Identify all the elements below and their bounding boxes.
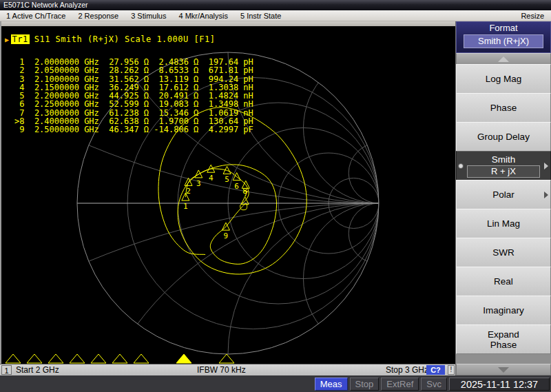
menu-item-2[interactable]: 2 Response [72,12,125,20]
softkey-label: Lin Mag [465,218,542,229]
softkey-label: Imaginary [465,305,542,316]
calibration-badge: C? [426,365,445,375]
softkey-label: Phase [465,103,542,113]
window-left-border [0,21,1,375]
indicator-extref: ExtRef [381,378,419,391]
softkey-polar[interactable]: Polar [456,180,551,209]
softkey-menu: Format Smith (R+jX) Log MagPhaseGroup De… [455,21,551,375]
scroll-up-icon [498,56,509,62]
softkey-scroll-down[interactable] [456,364,551,375]
start-frequency-label: Start 2 GHz [16,365,59,375]
softkey-lin-mag[interactable]: Lin Mag [456,209,551,238]
softkey-label: Polar [465,189,542,200]
indicator-svc: Svc [421,378,447,391]
warning-indicator: ! [448,365,455,375]
trace-name[interactable]: Tr1 [11,34,30,44]
softkey-swr[interactable]: SWR [456,238,551,267]
menu-item-5[interactable]: 5 Instr State [234,12,287,20]
channel-number-box: 1 [1,365,12,375]
ifbw-label: IFBW 70 kHz [197,365,246,375]
softkey-imaginary[interactable]: Imaginary [456,296,551,325]
instrument-status-bar: MeasStopExtRefSvc 2025-11-11 12:37 [0,375,551,392]
softkey-label: ExpandPhase [465,329,542,350]
softkey-sub-value: R + jX [467,165,540,178]
datetime-display: 2025-11-11 12:37 [449,378,550,391]
status-bar: 1 Start 2 GHz IFBW 70 kHz Stop 3 GHz C? … [0,364,455,375]
window-title: E5071C Network Analyzer [3,1,88,9]
title-bar: E5071C Network Analyzer [0,0,551,10]
current-format-value: Smith (R+jX) [464,34,543,48]
indicator-stop: Stop [350,378,380,391]
marker-table-row: 2 2.0500000 GHz 28.262 Ω 8.6533 Ω 671.81… [14,66,253,74]
softkey-label: Log Mag [465,74,542,84]
active-trace-arrow-icon: ▶ [5,36,10,43]
menu-bar: 1 Active Ch/Trace2 Response3 Stimulus4 M… [0,10,551,21]
softkey-scroll-up[interactable] [456,53,551,65]
softkey-label: Group Delay [465,132,542,142]
softkey-label: SmithR + jX [465,154,542,178]
menu-item-3[interactable]: 3 Stimulus [125,12,172,20]
menu-item-1[interactable]: 1 Active Ch/Trace [0,12,72,20]
submenu-arrow-icon [544,192,548,198]
trace-format-label: S11 Smith (R+jX) Scale 1.000U [F1] [34,34,216,44]
scroll-down-icon [498,367,509,373]
marker-table-row: 6 2.2500000 GHz 52.599 Ω 19.083 Ω 1.3498… [14,100,253,108]
softkey-menu-title: Format [457,22,550,34]
softkey-label: SWR [465,247,542,258]
softkey-log-mag[interactable]: Log Mag [456,64,551,94]
softkey-expand-phase[interactable]: ExpandPhase [456,324,551,354]
softkey-menu-header: Format Smith (R+jX) [456,21,551,53]
marker-table: 1 2.0000000 GHz 27.956 Ω 2.4836 Ω 197.64… [14,58,253,134]
submenu-arrow-icon [544,163,548,169]
softkey-smith[interactable]: SmithR + jX [456,151,551,180]
selected-dot-icon [458,163,464,169]
softkey-label: Real [465,276,542,287]
top-strip [0,21,455,26]
softkey-phase[interactable]: Phase [456,93,551,123]
softkey-group-delay[interactable]: Group Delay [456,122,551,152]
softkey-real[interactable]: Real [456,267,551,296]
trace-header: ▶ Tr1 S11 Smith (R+jX) Scale 1.000U [F1] [5,34,215,44]
marker-table-row: 9 2.5000000 GHz 46.347 Ω -14.806 Ω 4.299… [14,125,253,134]
menu-item-4[interactable]: 4 Mkr/Analysis [172,12,234,20]
stop-frequency-label: Stop 3 GHz [386,365,428,375]
instrument-window: E5071C Network Analyzer 1 Active Ch/Trac… [0,0,551,392]
indicator-meas: Meas [315,378,348,391]
resize-button[interactable]: Resize [521,12,551,20]
